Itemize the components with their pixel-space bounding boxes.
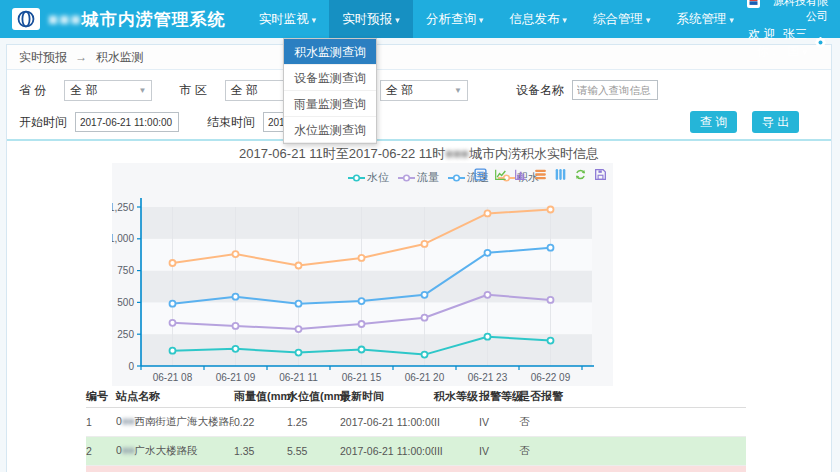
legend-marker-icon <box>348 173 365 183</box>
svg-text:06-21 23: 06-21 23 <box>468 372 508 383</box>
svg-text:06-21 20: 06-21 20 <box>405 372 445 383</box>
export-button[interactable]: 导 出 <box>752 111 799 133</box>
censored-station-code: ■■ <box>122 415 135 427</box>
bar-chart-icon[interactable] <box>514 168 527 181</box>
waterlogging-line-chart[interactable]: 02505007501,0001,25006-21 0806-21 0906-2… <box>112 163 613 390</box>
censored-city-name: ■■■ <box>48 10 82 29</box>
cell-no: 2 <box>86 436 116 465</box>
stations-table-wrap: 编号站点名称雨量值(mm)水位值(mm)最新时间积水等级报警等级是否报警10■■… <box>86 387 748 472</box>
chevron-down-icon: ▾ <box>479 15 484 25</box>
county-select[interactable]: 全 部▼ <box>380 80 468 101</box>
chart-box: 水位流量流速积水 <box>112 163 613 386</box>
breadcrumb-parent: 实时预报 <box>19 50 67 64</box>
cell-water-value: 2.02 <box>287 465 340 472</box>
cell-alarm-grade: IV <box>479 407 519 436</box>
data-view-icon[interactable] <box>474 168 487 181</box>
city-label: 市 区 <box>179 82 206 99</box>
nav-item-2[interactable]: 实时预报▾ <box>329 0 413 38</box>
legend-marker-icon <box>448 173 465 183</box>
username-menu[interactable]: 张三国▾ <box>782 26 807 60</box>
breadcrumb-current: 积水监测 <box>96 50 144 64</box>
cell-rain-value: 1.35 <box>234 436 287 465</box>
cell-no: 1 <box>86 407 116 436</box>
legend-item-1[interactable]: 水位 <box>348 170 389 185</box>
line-chart-icon[interactable] <box>494 168 507 181</box>
col-header-5: 最新时间 <box>340 387 434 407</box>
col-header-1: 编号 <box>86 387 116 407</box>
system-logo <box>12 8 40 30</box>
svg-text:06-22 09: 06-22 09 <box>531 372 571 383</box>
svg-text:06-21 08: 06-21 08 <box>153 372 193 383</box>
top-navbar: ■■■城市内涝管理系统 实时监视▾实时预报▾分析查询▾信息发布▾综合管理▾系统管… <box>0 0 840 38</box>
cell-station-name: 0■■第五大楼角路段 <box>116 465 234 472</box>
breadcrumb: 实时预报 → 积水监测 <box>7 45 831 70</box>
dropdown-item-4[interactable]: 水位监测查询 <box>284 117 376 143</box>
navbar-right: 北京国信华源科技有限公司 欢 迎 你 : 张三国▾ <box>747 0 840 60</box>
filter-area: 省 份 全 部▼ 市 区 全 部▼ 县 级 全 部▼ 设备名称 开始时间 结束时… <box>7 70 831 139</box>
logo-globe-icon <box>15 10 37 28</box>
main-menu: 实时监视▾实时预报▾分析查询▾信息发布▾综合管理▾系统管理▾ <box>246 0 747 38</box>
col-header-8: 是否报警 <box>519 387 746 407</box>
nav-item-4[interactable]: 信息发布▾ <box>496 0 580 38</box>
censored-station-code: ■■ <box>122 444 135 456</box>
stack-icon[interactable] <box>534 168 547 181</box>
svg-text:1,000: 1,000 <box>112 233 134 244</box>
cell-station-name: 0■■广水大楼路段 <box>116 436 234 465</box>
tiled-icon[interactable] <box>554 168 567 181</box>
company-info: 北京国信华源科技有限公司 <box>747 0 828 24</box>
save-image-icon[interactable] <box>594 168 607 181</box>
cell-water-level-grade: II <box>434 407 479 436</box>
query-button[interactable]: 查 询 <box>690 111 737 133</box>
cell-water-value: 1.25 <box>287 407 340 436</box>
settings-gear-icon[interactable] <box>813 35 828 50</box>
dropdown-item-2[interactable]: 设备监测查询 <box>284 65 376 91</box>
chevron-down-icon: ▾ <box>729 15 734 25</box>
province-label: 省 份 <box>19 82 46 99</box>
dropdown-item-1[interactable]: 积水监测查询 <box>284 39 376 65</box>
company-logo-icon <box>747 0 760 8</box>
cell-alarm-grade: IV <box>479 436 519 465</box>
dropdown-item-3[interactable]: 雨量监测查询 <box>284 91 376 117</box>
stations-table: 编号站点名称雨量值(mm)水位值(mm)最新时间积水等级报警等级是否报警10■■… <box>86 387 746 472</box>
chevron-down-icon: ▼ <box>138 86 146 95</box>
welcome-label: 欢 迎 你 : <box>747 26 776 60</box>
cell-is-alarmed: 否 <box>519 465 746 472</box>
svg-text:750: 750 <box>117 265 134 276</box>
nav-item-1[interactable]: 实时监视▾ <box>246 0 330 38</box>
svg-text:1,250: 1,250 <box>112 202 134 213</box>
chart-section: 2017-06-21 11时至2017-06-22 11时■■■城市内涝积水实时… <box>7 139 831 385</box>
main-panel: 实时预报 → 积水监测 省 份 全 部▼ 市 区 全 部▼ 县 级 全 部▼ 设… <box>6 44 832 472</box>
chevron-down-icon: ▾ <box>646 15 651 25</box>
table-row-1[interactable]: 10■■西南街道广海大楼路段0.221.252017-06-21 11:00:0… <box>86 407 746 436</box>
cell-water-value: 5.55 <box>287 436 340 465</box>
legend-marker-icon <box>398 173 415 183</box>
cell-latest-time: 2017-06-21 11:00:00 <box>340 436 434 465</box>
nav-item-3[interactable]: 分析查询▾ <box>413 0 497 38</box>
company-name: 北京国信华源科技有限公司 <box>765 0 828 24</box>
cell-rain-value: 0.22 <box>234 407 287 436</box>
table-row-2[interactable]: 20■■广水大楼路段1.355.552017-06-21 11:00:00III… <box>86 436 746 465</box>
chevron-down-icon: ▾ <box>312 15 317 25</box>
chart-toolbox <box>474 168 607 181</box>
svg-text:250: 250 <box>117 329 134 340</box>
table-header-row: 编号站点名称雨量值(mm)水位值(mm)最新时间积水等级报警等级是否报警 <box>86 387 746 407</box>
chevron-down-icon: ▼ <box>454 86 462 95</box>
table-row-3[interactable]: 30■■第五大楼角路段0.502.022017-06-21 11:00:00II… <box>86 465 746 472</box>
province-select[interactable]: 全 部▼ <box>64 80 152 101</box>
chevron-down-icon: ▾ <box>562 15 567 25</box>
device-name-label: 设备名称 <box>516 82 564 99</box>
svg-text:06-21 11: 06-21 11 <box>279 372 318 383</box>
forecast-dropdown-menu: 积水监测查询设备监测查询雨量监测查询水位监测查询 <box>283 38 377 144</box>
legend-item-2[interactable]: 流量 <box>398 170 439 185</box>
nav-item-6[interactable]: 系统管理▾ <box>663 0 747 38</box>
cell-latest-time: 2017-06-21 11:00:00 <box>340 407 434 436</box>
refresh-icon[interactable] <box>574 168 587 181</box>
start-time-input[interactable] <box>75 112 179 132</box>
cell-station-name: 0■■西南街道广海大楼路段 <box>116 407 234 436</box>
chevron-down-icon: ▾ <box>395 15 400 25</box>
cell-is-alarmed: 否 <box>519 407 746 436</box>
nav-item-5[interactable]: 综合管理▾ <box>580 0 664 38</box>
svg-text:06-21 09: 06-21 09 <box>216 372 256 383</box>
svg-text:06-21 15: 06-21 15 <box>342 372 382 383</box>
device-name-input[interactable] <box>572 80 658 100</box>
